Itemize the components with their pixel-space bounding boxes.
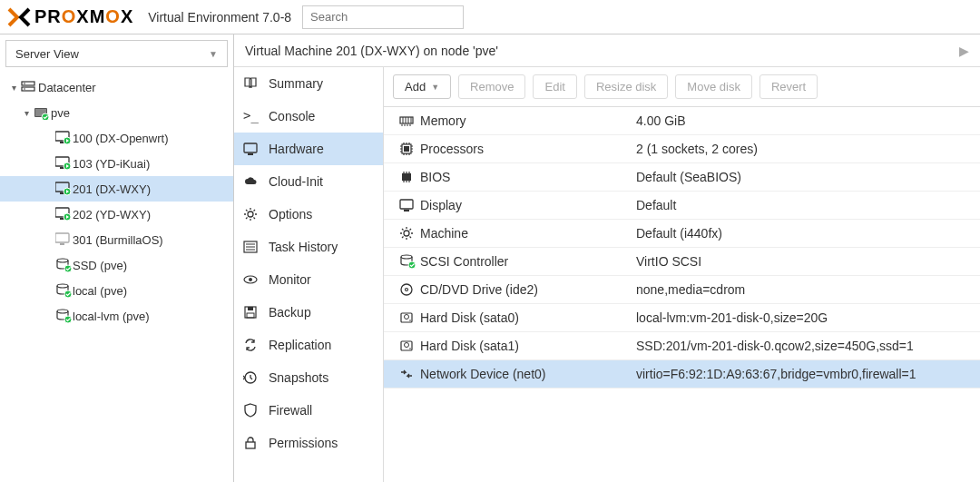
hardware-row[interactable]: DisplayDefault [384,192,980,220]
subnav-item-replication[interactable]: Replication [234,329,383,361]
subnav-item-task-history[interactable]: Task History [234,231,383,263]
hardware-row-key: Processors [420,142,636,156]
tree-item[interactable]: 202 (YD-WXY) [0,202,233,227]
subnav-item-backup[interactable]: Backup [234,296,383,329]
hardware-row-key: CD/DVD Drive (ide2) [420,282,636,297]
subnav-item-label: Firewall [269,403,312,418]
resize-disk-button[interactable]: Resize disk [584,74,668,99]
eye-icon [243,272,260,287]
subnav-item-label: Replication [269,338,331,352]
tree-item[interactable]: SSD (pve) [0,252,233,278]
tree-item[interactable]: 103 (YD-iKuai) [0,151,233,176]
expand-icon[interactable]: ▾ [7,83,20,93]
storage-icon [54,258,73,272]
book-icon [243,76,260,91]
tree-item[interactable]: ▾pve [0,100,233,125]
product-name: Virtual Environment [148,10,259,25]
hardware-row-key: SCSI Controller [420,254,636,269]
hardware-row[interactable]: Hard Disk (sata1)SSD:201/vm-201-disk-0.q… [384,332,980,360]
subnav-item-hardware[interactable]: Hardware [234,133,383,165]
view-selector[interactable]: Server View ▼ [5,40,228,67]
vm-running-icon [54,156,73,171]
chip-icon [395,170,420,184]
subnav-item-summary[interactable]: Summary [234,67,383,100]
search-input[interactable] [302,5,464,29]
subnav-item-label: Snapshots [269,370,328,385]
sub-navigation: SummaryConsoleHardwareCloud-InitOptionsT… [234,67,384,482]
subnav-item-label: Console [269,109,315,123]
shield-icon [243,403,260,418]
storage-icon [54,283,73,298]
hardware-row-key: Hard Disk (sata1) [420,339,636,353]
node-icon [33,105,51,120]
revert-button[interactable]: Revert [760,74,818,99]
vm-running-icon [54,131,73,145]
top-bar: PROXMOX Virtual Environment 7.0-8 [0,0,980,34]
move-disk-button[interactable]: Move disk [675,74,752,99]
expand-icon[interactable]: ▾ [20,108,33,118]
tree-item[interactable]: 201 (DX-WXY) [0,176,233,202]
subnav-item-label: Backup [269,305,311,320]
hdd-icon [395,310,420,325]
edit-button[interactable]: Edit [533,74,576,99]
chevron-down-icon: ▼ [209,49,218,59]
save-icon [243,305,260,320]
storage-icon [54,309,73,323]
hardware-row-key: Display [420,198,636,212]
tree-item-label: pve [51,106,70,120]
tree-item[interactable]: 301 (BurmillaOS) [0,227,233,252]
replication-icon [243,338,260,352]
gear-icon [395,226,420,241]
subnav-item-options[interactable]: Options [234,198,383,231]
hardware-row[interactable]: Memory4.00 GiB [384,107,980,135]
subnav-item-monitor[interactable]: Monitor [234,263,383,296]
tree-item[interactable]: 100 (DX-Openwrt) [0,125,233,151]
list-icon [243,240,260,254]
memory-icon [395,113,420,128]
subnav-item-snapshots[interactable]: Snapshots [234,361,383,394]
hardware-row-value: none,media=cdrom [636,282,969,297]
hardware-row[interactable]: Processors2 (1 sockets, 2 cores) [384,135,980,163]
hardware-row[interactable]: CD/DVD Drive (ide2)none,media=cdrom [384,276,980,304]
content-title: Virtual Machine 201 (DX-WXY) on node 'pv… [245,44,498,58]
datacenter-icon [20,80,38,94]
monitor-icon [243,142,260,156]
hardware-panel: Add ▼ Remove Edit Resize disk Move disk … [384,67,980,482]
remove-button[interactable]: Remove [458,74,525,99]
subnav-item-permissions[interactable]: Permissions [234,427,383,459]
subnav-item-firewall[interactable]: Firewall [234,394,383,427]
subnav-item-console[interactable]: Console [234,100,383,133]
tree-item[interactable]: local-lvm (pve) [0,303,233,329]
hardware-row-key: Memory [420,113,636,128]
content-titlebar: Virtual Machine 201 (DX-WXY) on node 'pv… [234,34,980,67]
hardware-row-value: Default (i440fx) [636,226,969,241]
hardware-row[interactable]: Hard Disk (sata0)local-lvm:vm-201-disk-0… [384,304,980,332]
subnav-item-cloud-init[interactable]: Cloud-Init [234,165,383,198]
subnav-item-label: Options [269,207,312,221]
subnav-item-label: Cloud-Init [269,174,323,189]
monitor-icon [395,198,420,212]
hardware-row[interactable]: MachineDefault (i440fx) [384,220,980,248]
vm-running-icon [54,207,73,221]
scroll-right-icon[interactable]: ▶ [959,44,969,58]
cpu-icon [395,142,420,156]
hardware-row-value: SSD:201/vm-201-disk-0.qcow2,size=450G,ss… [636,339,969,353]
main-panel: Virtual Machine 201 (DX-WXY) on node 'pv… [234,34,980,482]
hardware-row-key: BIOS [420,170,636,184]
caret-down-icon: ▼ [431,83,439,92]
hardware-row-value: Default [636,198,969,212]
hardware-row[interactable]: BIOSDefault (SeaBIOS) [384,163,980,192]
hardware-row-value: 4.00 GiB [636,113,969,128]
hardware-row[interactable]: Network Device (net0)virtio=F6:92:1D:A9:… [384,360,980,389]
tree-item[interactable]: local (pve) [0,278,233,303]
tree-item-label: 103 (YD-iKuai) [73,157,150,171]
hardware-row-key: Network Device (net0) [420,367,636,381]
add-button[interactable]: Add ▼ [393,74,451,99]
resource-tree: ▾Datacenter▾pve100 (DX-Openwrt)103 (YD-i… [0,73,233,482]
view-selector-label: Server View [15,47,79,61]
tree-item[interactable]: ▾Datacenter [0,74,233,100]
vm-stopped-icon [54,232,73,247]
disc-icon [395,282,420,297]
hardware-row[interactable]: SCSI ControllerVirtIO SCSI [384,248,980,276]
hdd-icon [395,339,420,353]
